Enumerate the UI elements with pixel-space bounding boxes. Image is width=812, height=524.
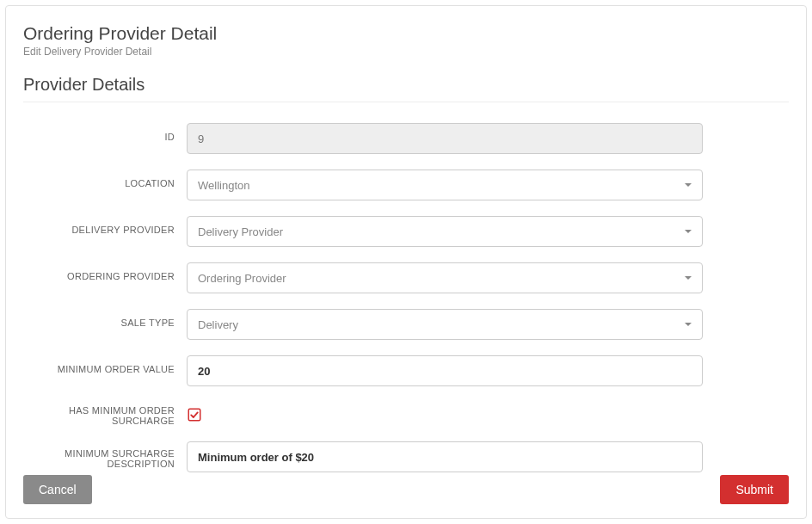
row-sale-type: SALE TYPE Delivery	[23, 309, 789, 340]
caret-down-icon	[685, 183, 692, 187]
location-selected-value: Wellington	[198, 179, 249, 192]
section-title: Provider Details	[23, 75, 789, 102]
row-ordering-provider: ORDERING PROVIDER Ordering Provider	[23, 262, 789, 293]
sale-type-selected-value: Delivery	[198, 318, 238, 331]
location-select[interactable]: Wellington	[187, 170, 703, 200]
button-row: Cancel Submit	[23, 475, 789, 504]
row-location: LOCATION Wellington	[23, 170, 789, 200]
caret-down-icon	[685, 230, 692, 233]
label-sale-type: SALE TYPE	[23, 309, 187, 328]
sale-type-select[interactable]: Delivery	[187, 309, 703, 340]
label-ordering-provider: ORDERING PROVIDER	[23, 262, 187, 281]
form-card: Ordering Provider Detail Edit Delivery P…	[5, 5, 807, 519]
has-min-surcharge-checkbox[interactable]	[187, 407, 202, 422]
delivery-provider-select[interactable]: Delivery Provider	[187, 216, 703, 247]
submit-button[interactable]: Submit	[720, 475, 789, 504]
label-min-surcharge-desc: MINIMUM SURCHARGE DESCRIPTION	[23, 441, 187, 469]
row-has-min-surcharge: HAS MINIMUM ORDER SURCHARGE	[23, 402, 789, 426]
id-input	[187, 123, 703, 154]
label-min-order-value: MINIMUM ORDER VALUE	[23, 355, 187, 374]
label-delivery-provider: DELIVERY PROVIDER	[23, 216, 187, 235]
caret-down-icon	[685, 323, 692, 326]
label-id: ID	[23, 123, 187, 142]
page-title: Ordering Provider Detail	[23, 23, 789, 44]
ordering-provider-select[interactable]: Ordering Provider	[187, 262, 703, 293]
min-order-value-input[interactable]	[187, 355, 703, 386]
row-min-order-value: MINIMUM ORDER VALUE	[23, 355, 789, 386]
delivery-provider-selected-value: Delivery Provider	[198, 225, 283, 238]
label-has-min-surcharge: HAS MINIMUM ORDER SURCHARGE	[23, 402, 187, 426]
page-subtitle: Edit Delivery Provider Detail	[23, 46, 789, 58]
label-location: LOCATION	[23, 170, 187, 188]
cancel-button[interactable]: Cancel	[23, 475, 92, 504]
row-min-surcharge-desc: MINIMUM SURCHARGE DESCRIPTION	[23, 441, 789, 472]
svg-rect-0	[188, 409, 200, 421]
checkbox-checked-icon	[187, 407, 202, 422]
min-surcharge-desc-input[interactable]	[187, 441, 703, 472]
caret-down-icon	[685, 276, 692, 280]
ordering-provider-selected-value: Ordering Provider	[198, 272, 286, 285]
row-id: ID	[23, 123, 789, 154]
row-delivery-provider: DELIVERY PROVIDER Delivery Provider	[23, 216, 789, 247]
